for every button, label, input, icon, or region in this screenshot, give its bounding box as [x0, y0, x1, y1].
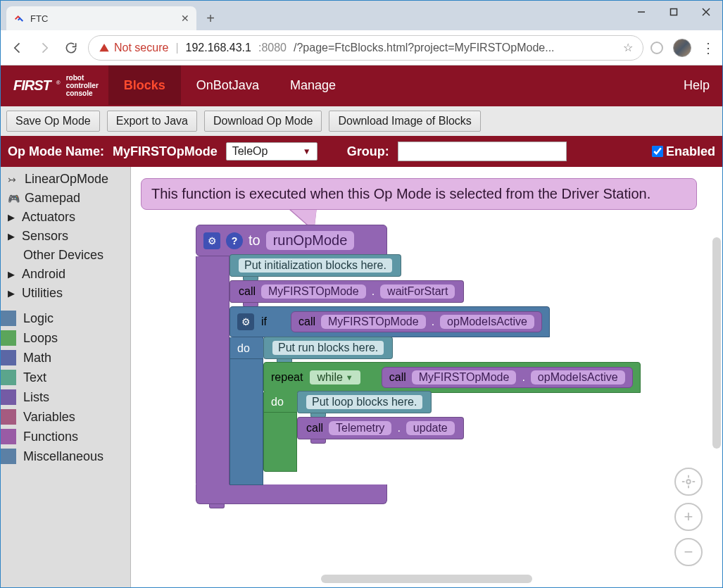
browser-tab-strip: FTC ✕ + — [1, 1, 722, 30]
while-text: while — [317, 371, 342, 384]
cat-logic[interactable]: Logic — [1, 308, 130, 328]
app-header: FIRST® robot controller console Blocks O… — [1, 65, 722, 105]
procedure-name-field[interactable]: runOpMode — [266, 231, 355, 250]
blockly-canvas[interactable]: This function is executed when this Op M… — [131, 167, 722, 587]
cat-label: Functions — [23, 430, 78, 444]
gear-icon[interactable]: ⚙ — [237, 313, 254, 330]
color-swatch — [1, 449, 16, 464]
profile-avatar[interactable] — [673, 39, 691, 57]
tab-title: FTC — [30, 13, 175, 24]
not-secure-indicator: Not secure — [99, 42, 168, 54]
color-swatch — [1, 429, 16, 444]
enabled-toggle[interactable]: Enabled — [652, 144, 715, 159]
sidebar-item-linearopmode[interactable]: ↣LinearOpMode — [1, 170, 130, 189]
cat-misc[interactable]: Miscellaneous — [1, 446, 130, 466]
omnibox[interactable]: Not secure | 192.168.43.1:8080/?page=Ftc… — [88, 35, 643, 61]
color-swatch — [1, 311, 16, 326]
sidebar-item-gamepad[interactable]: 🎮Gamepad — [1, 189, 130, 208]
sidebar-item-actuators[interactable]: ▶Actuators — [1, 208, 130, 227]
nav-reload-button[interactable] — [61, 38, 81, 58]
toolbar: Save Op Mode Export to Java Download Op … — [1, 105, 722, 137]
method-field: update — [406, 421, 455, 435]
zoom-in-button[interactable]: + — [674, 503, 703, 531]
procedure-foot[interactable] — [196, 484, 387, 504]
sidebar-item-android[interactable]: ▶Android — [1, 265, 130, 284]
brand-sub2: controller — [66, 82, 99, 89]
while-dropdown[interactable]: while▼ — [310, 370, 360, 384]
cat-functions[interactable]: Functions — [1, 427, 130, 446]
init-placeholder-block[interactable]: Put initialization blocks here. — [230, 254, 401, 277]
call-waitforstart-block[interactable]: call MyFIRSTOpMode . waitForStart — [230, 280, 464, 303]
brand-logo: FIRST® robot controller console — [1, 74, 108, 97]
loop-placeholder-block[interactable]: Put loop blocks here. — [297, 391, 432, 413]
center-view-button[interactable] — [674, 468, 703, 496]
tab-close-icon[interactable]: ✕ — [181, 13, 189, 24]
extension-icon[interactable] — [650, 42, 663, 54]
expand-icon: ▶ — [8, 231, 18, 242]
favicon-icon — [13, 13, 25, 24]
call-label: call — [306, 422, 323, 434]
browser-address-bar: Not secure | 192.168.43.1:8080/?page=Ftc… — [1, 30, 722, 65]
opmode-flavor-select[interactable]: TeleOp ▼ — [226, 142, 318, 161]
dot: . — [372, 285, 375, 298]
dropdown-caret-icon: ▼ — [303, 146, 311, 156]
sidebar-item-utilities[interactable]: ▶Utilities — [1, 284, 130, 303]
horizontal-scrollbar[interactable] — [321, 575, 532, 583]
cat-text[interactable]: Text — [1, 368, 130, 387]
help-icon[interactable]: ? — [226, 232, 243, 249]
run-placeholder-block[interactable]: Put run blocks here. — [263, 337, 393, 359]
svg-rect-1 — [671, 9, 677, 15]
cat-label: Math — [23, 351, 51, 365]
expand-icon: ▶ — [8, 269, 18, 280]
group-input[interactable] — [398, 142, 567, 161]
browser-tab[interactable]: FTC ✕ — [6, 6, 196, 30]
sidebar-item-otherdevices[interactable]: Other Devices — [1, 246, 130, 265]
download-image-button[interactable]: Download Image of Blocks — [329, 111, 480, 132]
call-telemetry-update-block[interactable]: call Telemetry . update — [297, 417, 464, 439]
comment-text: This function is executed when this Op M… — [151, 186, 650, 201]
nav-manage[interactable]: Manage — [275, 65, 351, 105]
group-label: Group: — [347, 144, 389, 159]
nav-back-button[interactable] — [8, 38, 27, 58]
browser-menu-icon[interactable]: ⋮ — [701, 39, 715, 56]
bookmark-star-icon[interactable]: ☆ — [623, 41, 633, 54]
window-maximize-button[interactable] — [658, 1, 690, 23]
brand-sub3: console — [66, 89, 99, 97]
cat-label: Loops — [23, 331, 58, 346]
window-minimize-button[interactable] — [625, 1, 658, 23]
do-text: do — [271, 396, 284, 408]
cat-label: Logic — [23, 311, 54, 326]
placeholder-text: Put run blocks here. — [272, 341, 384, 355]
sidebar-item-label: Sensors — [22, 229, 68, 244]
opmode-name-value: MyFIRSTOpMode — [113, 144, 218, 159]
nav-blocks[interactable]: Blocks — [108, 65, 181, 105]
download-opmode-button[interactable]: Download Op Mode — [204, 111, 322, 132]
enabled-checkbox[interactable] — [652, 146, 663, 157]
sidebar-item-label: LinearOpMode — [25, 172, 108, 187]
call-label: call — [389, 371, 406, 384]
nav-onbotjava[interactable]: OnBotJava — [181, 65, 275, 105]
if-label: if — [261, 315, 267, 328]
export-java-button[interactable]: Export to Java — [107, 111, 197, 132]
cat-lists[interactable]: Lists — [1, 387, 130, 407]
cat-variables[interactable]: Variables — [1, 407, 130, 427]
nav-help[interactable]: Help — [671, 78, 722, 93]
block-comment[interactable]: This function is executed when this Op M… — [141, 178, 697, 210]
save-opmode-button[interactable]: Save Op Mode — [6, 111, 100, 132]
sidebar-item-sensors[interactable]: ▶Sensors — [1, 227, 130, 246]
nav-forward-button[interactable] — [34, 38, 54, 58]
enabled-label: Enabled — [666, 144, 715, 159]
vertical-scrollbar[interactable] — [712, 237, 721, 449]
do-text: do — [237, 342, 250, 354]
cat-math[interactable]: Math — [1, 348, 130, 368]
method-field: opModeIsActive — [531, 370, 625, 384]
new-tab-button[interactable]: + — [201, 8, 220, 28]
cat-loops[interactable]: Loops — [1, 328, 130, 348]
svg-point-4 — [686, 480, 691, 484]
zoom-out-button[interactable]: − — [674, 538, 703, 566]
not-secure-label: Not secure — [114, 42, 168, 54]
sidebar-item-label: Utilities — [22, 286, 63, 301]
method-field: waitForStart — [380, 284, 455, 299]
gear-icon[interactable]: ⚙ — [203, 232, 220, 249]
window-close-button[interactable] — [690, 1, 722, 23]
